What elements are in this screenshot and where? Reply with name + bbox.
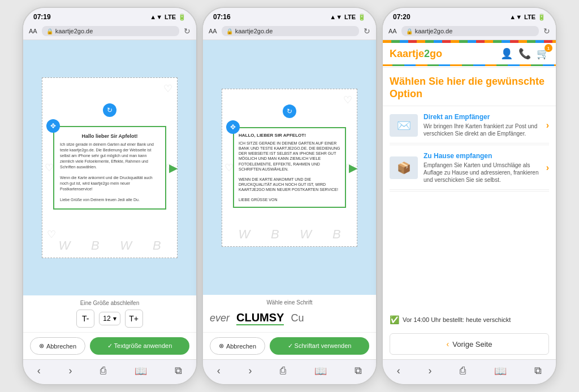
watermark-w1: W [58, 238, 70, 253]
signal-icon-1: ▲▼ [150, 14, 162, 20]
phone1-content: ◀ ♡ ♡ ♡ ♡ ✥ ↻ Hallo lieber Sir Apfelot! [23, 40, 196, 359]
back-button[interactable]: ‹ Vorige Seite [390, 333, 549, 355]
font-decrease-label: T- [82, 314, 89, 323]
cancel-label-2: Abbrechen [226, 343, 256, 350]
user-icon[interactable]: 👤 [500, 47, 513, 60]
divider-4 [390, 191, 549, 191]
option-card-1[interactable]: ✉️ Direkt an Empfänger Wir bringen Ihre … [390, 107, 549, 143]
apply-button-2[interactable]: ✓ Schriftart verwenden [270, 337, 369, 355]
url-text-1: kaartje2go.de [55, 28, 93, 34]
action-bar-1: ⊗ Abbrechen ✓ Textgröße anwenden [23, 332, 196, 359]
heart-left-2: ♡ [224, 162, 234, 174]
font-size-select[interactable]: 12 ▾ [99, 312, 120, 325]
font-options: ever CLUMSY Cu [210, 309, 369, 328]
rotate-handle[interactable]: ↻ [103, 103, 116, 117]
bookmarks-icon-2[interactable]: 📖 [314, 365, 327, 377]
card-wrapper: ◀ ♡ ♡ ♡ ♡ ✥ ↻ Hallo lieber Sir Apfelot! [42, 77, 178, 258]
tabs-icon-2[interactable]: ⧉ [355, 365, 362, 377]
card-arrow-right[interactable]: ▶ [169, 161, 178, 175]
card-arrow-right-2[interactable]: ▶ [349, 161, 357, 175]
url-text-3: kaartje2go.de [415, 28, 453, 34]
card-body-1: Ich sitze gerade in deinem Garten auf ei… [60, 142, 159, 203]
cancel-button-2[interactable]: ⊗ Abbrechen [210, 337, 265, 355]
refresh-icon-2[interactable]: ↻ [364, 27, 370, 36]
wm-b1: B [271, 227, 279, 242]
cart-badge-count: 1 [545, 44, 552, 52]
back-nav-icon-1[interactable]: ‹ [37, 365, 41, 377]
check-circle-icon: ✅ [390, 315, 399, 324]
phone-3: 07:20 ▲▼ LTE 🔋 AA 🔒 kaartje2go.de ↻ Kaar… [382, 7, 557, 385]
heart-top-right-2: ♡ [343, 94, 352, 106]
card-area-2: ♡ ♡ ♡ ✥ ↻ HALLO, LIEBER SIR APFELOT! ICH… [222, 89, 357, 247]
back-btn-row: ‹ Vorige Seite [383, 329, 556, 359]
refresh-icon-3[interactable]: ↻ [543, 27, 550, 36]
status-icons-1: ▲▼ LTE 🔋 [150, 14, 186, 21]
phone-icon[interactable]: 📞 [518, 47, 531, 60]
move-handle-2[interactable]: ✥ [226, 120, 240, 134]
browser-aa-1: AA [29, 28, 37, 34]
tabs-icon-1[interactable]: ⧉ [175, 365, 182, 377]
back-nav-icon-2[interactable]: ‹ [217, 365, 221, 377]
option-title-2: Zu Hause empfangen [424, 152, 541, 160]
share-icon-3[interactable]: ⎙ [460, 365, 466, 377]
bottom-bar-2: ‹ › ⎙ 📖 ⧉ [203, 359, 376, 384]
browser-bar-3: AA 🔒 kaartje2go.de ↻ [383, 24, 556, 40]
option-card-2[interactable]: 📦 Zu Hause empfangen Empfangen Sie Karte… [390, 146, 549, 190]
font-decrease-btn[interactable]: T- [76, 310, 94, 328]
font-increase-label: T+ [129, 314, 139, 323]
bookmarks-icon-3[interactable]: 📖 [494, 365, 507, 377]
font-option-clumsy[interactable]: CLUMSY [236, 311, 284, 325]
option-img-2: 📦 [397, 161, 411, 175]
status-bar-2: 07:16 ▲▼ LTE 🔋 [203, 8, 376, 24]
status-bar-1: 07:19 ▲▼ LTE 🔋 [23, 8, 196, 24]
share-icon-2[interactable]: ⎙ [280, 365, 286, 377]
rotate-handle-2[interactable]: ↻ [283, 104, 296, 118]
back-arrow-icon: ‹ [447, 339, 450, 349]
url-bar-2[interactable]: 🔒 kaartje2go.de [222, 26, 359, 36]
url-bar-3[interactable]: 🔒 kaartje2go.de [401, 26, 539, 36]
forward-nav-icon-2[interactable]: › [248, 365, 252, 377]
apply-button-1[interactable]: ✓ Textgröße anwenden [90, 337, 189, 355]
font-option-ever[interactable]: ever [210, 312, 230, 324]
bookmarks-icon-1[interactable]: 📖 [135, 365, 147, 377]
watermark-w2: W [120, 238, 132, 253]
card-text-box-1: Hallo lieber Sir Apfelot! Ich sitze gera… [53, 126, 166, 210]
move-handle[interactable]: ✥ [46, 119, 60, 133]
option-thumb-1: ✉️ [390, 114, 418, 137]
browser-bar-2: AA 🔒 kaartje2go.de ↻ [203, 24, 376, 40]
font-picker-label: Wähle eine Schrift [210, 299, 369, 306]
watermark-b1: B [91, 238, 100, 253]
watermark-b2: B [153, 238, 161, 253]
tabs-icon-3[interactable]: ⧉ [534, 365, 542, 377]
lte-badge-3: LTE [524, 14, 535, 20]
action-bar-2: ⊗ Abbrechen ✓ Schriftart verwenden [203, 332, 376, 359]
phone-1: 07:19 ▲▼ LTE 🔋 AA 🔒 kaartje2go.de ↻ ◀ [22, 7, 197, 385]
url-bar-1[interactable]: 🔒 kaartje2go.de [42, 26, 179, 36]
option-info-2: Zu Hause empfangen Empfangen Sie Karten … [424, 152, 541, 184]
status-icons-3: ▲▼ LTE 🔋 [509, 14, 546, 21]
refresh-icon-1[interactable]: ↻ [184, 27, 191, 36]
signal-icon-3: ▲▼ [509, 14, 522, 20]
card-title-2: HALLO, LIEBER SIR APFELOT! [239, 133, 340, 138]
card-title-1: Hallo lieber Sir Apfelot! [60, 133, 159, 140]
option-arrow-2: › [546, 163, 549, 173]
status-time-1: 07:19 [33, 13, 51, 21]
forward-nav-icon-1[interactable]: › [68, 365, 72, 377]
lte-badge-2: LTE [344, 14, 356, 20]
card-body-2: ICH SITZE GERADE IN DEINEM GARTEN AUF EI… [239, 141, 340, 202]
bottom-bar-3: ‹ › ⎙ 📖 ⧉ [383, 359, 556, 384]
status-icons-2: ▲▼ LTE 🔋 [330, 14, 366, 21]
font-option-cu[interactable]: Cu [291, 312, 304, 324]
card-watermark-2: W B W B [222, 227, 357, 242]
font-increase-btn[interactable]: T+ [125, 310, 143, 328]
forward-nav-icon-3[interactable]: › [428, 365, 431, 377]
divider-2 [383, 106, 556, 106]
cart-wrapper[interactable]: 🛒 1 [537, 47, 549, 60]
text-box-wrapper-1: ✥ ↻ Hallo lieber Sir Apfelot! Ich sitze … [53, 126, 166, 210]
back-nav-icon-3[interactable]: ‹ [397, 365, 400, 377]
share-icon-1[interactable]: ⎙ [100, 365, 106, 377]
card-text-box-2: HALLO, LIEBER SIR APFELOT! ICH SITZE GER… [233, 127, 346, 208]
divider-1 [383, 67, 556, 68]
cancel-button-1[interactable]: ⊗ Abbrechen [30, 337, 85, 355]
divider-3 [390, 145, 549, 145]
